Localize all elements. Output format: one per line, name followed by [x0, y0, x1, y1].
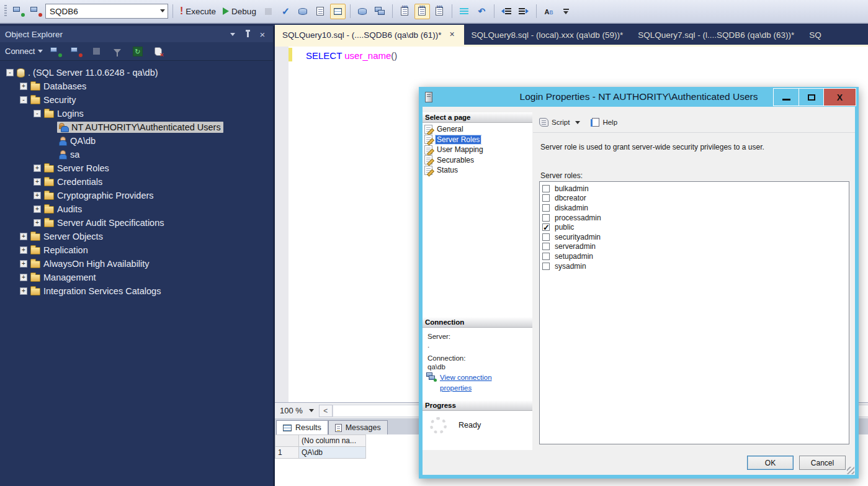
server-role-diskadmin[interactable]: diskadmin — [542, 203, 849, 213]
toolbar-overflow-button[interactable] — [558, 4, 574, 19]
resize-grip[interactable] — [847, 467, 854, 474]
tree-expander[interactable]: - — [20, 96, 27, 104]
zoom-dropdown-icon[interactable] — [309, 409, 314, 412]
page-item-status[interactable]: Status — [423, 165, 532, 176]
tree-expander[interactable]: + — [34, 164, 41, 172]
execute-button[interactable]: Execute — [177, 4, 218, 19]
close-button[interactable] — [823, 89, 856, 106]
combo-dropdown-icon[interactable] — [160, 9, 165, 12]
server-role-securityadmin[interactable]: securityadmin — [542, 232, 849, 242]
tree-item-server-objects[interactable]: + Server Objects — [0, 230, 273, 243]
decrease-indent-button[interactable] — [499, 4, 514, 19]
server-role-serveradmin[interactable]: serveradmin — [542, 242, 849, 252]
script-button[interactable]: Script — [552, 119, 570, 126]
tree-expander[interactable]: + — [20, 246, 27, 254]
tree-item-security[interactable]: - Security — [0, 93, 273, 107]
server-role-sysadmin[interactable]: sysadmin — [542, 261, 849, 271]
cancel-button[interactable]: Cancel — [799, 456, 846, 470]
results-to-file-button[interactable] — [432, 4, 447, 19]
tree-expander[interactable]: + — [34, 219, 41, 227]
role-checkbox[interactable] — [542, 214, 550, 222]
tree-item-management[interactable]: + Management — [0, 271, 273, 284]
server-role-processadmin[interactable]: processadmin — [542, 213, 849, 223]
server-role-bulkadmin[interactable]: bulkadmin — [542, 184, 849, 194]
connect-menu-button[interactable]: Connect — [5, 47, 43, 56]
zoom-combo[interactable]: 100 % — [275, 406, 319, 415]
oe-connect-server-button[interactable] — [48, 43, 63, 59]
document-tab[interactable]: SQLQuery8.sql - (local).xxx (qa\db (59))… — [464, 25, 631, 45]
connect-database-icon[interactable] — [11, 4, 26, 19]
tree-item-databases[interactable]: + Databases — [0, 79, 273, 93]
page-item-user-mapping[interactable]: User Mapping — [423, 145, 532, 155]
role-checkbox[interactable] — [542, 243, 550, 250]
oe-disconnect-server-button[interactable] — [68, 43, 84, 59]
tree-expander[interactable]: + — [34, 192, 41, 199]
parse-button[interactable] — [278, 4, 293, 19]
tree-item-replication[interactable]: + Replication — [0, 243, 273, 257]
editor-code-line[interactable]: SELECT user_name() — [306, 50, 397, 61]
document-tab[interactable]: SQLQuery7.sql - (l....SQDB6 (qa\db (63))… — [630, 25, 802, 45]
page-item-server-roles[interactable]: Server Roles — [423, 135, 532, 145]
server-role-dbcreator[interactable]: dbcreator — [542, 194, 849, 204]
oe-filter-button[interactable] — [109, 43, 125, 59]
tree-item-credentials[interactable]: + Credentials — [0, 175, 273, 189]
script-dropdown-icon[interactable] — [575, 121, 580, 124]
server-roles-listbox[interactable]: bulkadmin dbcreator diskadmin processadm… — [539, 181, 849, 444]
role-checkbox[interactable] — [542, 263, 550, 270]
view-connection-properties-link[interactable]: View connection properties — [440, 372, 508, 394]
template-parameters-button[interactable] — [541, 4, 557, 19]
tree-item-sql-server-11-0-6248-qa-db[interactable]: - . (SQL Server 11.0.6248 - qa\db) — [0, 66, 273, 79]
tree-expander[interactable]: + — [34, 205, 41, 213]
page-item-securables[interactable]: Securables — [423, 155, 532, 166]
tree-item-alwayson-high-availability[interactable]: + AlwaysOn High Availability — [0, 257, 273, 271]
query-options-button[interactable] — [313, 4, 328, 19]
grid-column-header[interactable]: (No column na... — [299, 435, 366, 447]
role-checkbox[interactable] — [542, 223, 550, 231]
role-checkbox[interactable] — [542, 233, 550, 241]
server-role-setupadmin[interactable]: setupadmin — [542, 251, 849, 261]
tab-results[interactable]: Results — [276, 420, 328, 434]
tree-item-cryptographic-providers[interactable]: + Cryptographic Providers — [0, 189, 273, 202]
role-checkbox[interactable] — [542, 204, 550, 212]
results-to-text-button[interactable] — [397, 4, 413, 19]
change-connection-icon[interactable] — [28, 4, 43, 19]
role-checkbox[interactable] — [542, 194, 550, 202]
tree-expander[interactable]: + — [20, 233, 27, 240]
comment-out-button[interactable] — [457, 4, 472, 19]
include-actual-plan-button[interactable] — [355, 4, 370, 19]
tree-item-server-roles[interactable]: + Server Roles — [0, 161, 273, 175]
server-role-public[interactable]: public — [542, 222, 849, 232]
tab-messages[interactable]: Messages — [328, 420, 388, 434]
help-button[interactable]: Help — [602, 119, 617, 126]
tree-expander[interactable]: - — [34, 110, 41, 117]
tree-expander[interactable]: + — [20, 260, 27, 268]
tree-expander[interactable]: + — [34, 178, 41, 186]
document-tab[interactable]: SQ — [802, 25, 829, 45]
grid-row-number[interactable]: 1 — [275, 447, 299, 459]
toolbar-grip[interactable] — [4, 5, 7, 17]
close-panel-button[interactable] — [257, 29, 268, 40]
oe-disconnect-script-button[interactable] — [150, 43, 166, 59]
available-databases-combo[interactable]: SQDB6 — [45, 4, 168, 19]
tree-item-nt-authority-authenticated-users[interactable]: NT AUTHORITY\Authenticated Users — [0, 120, 273, 134]
uncomment-button[interactable] — [474, 4, 490, 19]
tree-expander[interactable]: - — [6, 69, 14, 76]
grid-cell[interactable]: QA\db — [299, 447, 366, 459]
tree-expander[interactable]: + — [20, 287, 27, 295]
role-checkbox[interactable] — [542, 253, 550, 260]
minimize-button[interactable] — [774, 89, 799, 106]
tree-item-sa[interactable]: sa — [0, 148, 273, 161]
results-to-grid-button[interactable] — [414, 4, 430, 19]
intellisense-button[interactable] — [330, 4, 346, 19]
role-checkbox[interactable] — [542, 185, 550, 192]
window-position-menu-button[interactable] — [227, 29, 238, 40]
tree-item-integration-services-catalogs[interactable]: + Integration Services Catalogs — [0, 284, 273, 298]
page-item-general[interactable]: General — [423, 124, 532, 135]
tree-item-logins[interactable]: - Logins — [0, 107, 273, 120]
maximize-button[interactable] — [799, 89, 823, 106]
grid-corner-cell[interactable] — [275, 435, 299, 447]
estimated-plan-button[interactable] — [295, 4, 311, 19]
auto-hide-pin-button[interactable] — [242, 29, 253, 40]
debug-button[interactable]: Debug — [220, 4, 259, 19]
client-statistics-button[interactable] — [372, 4, 388, 19]
